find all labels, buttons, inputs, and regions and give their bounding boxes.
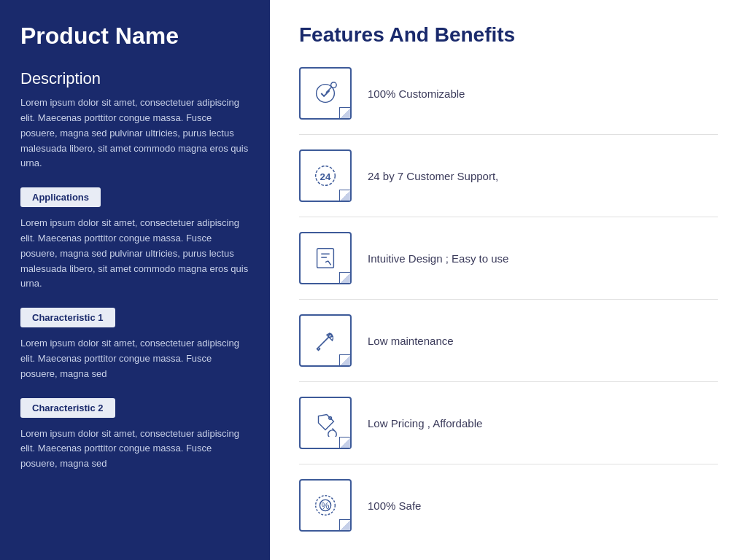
feature-divider — [299, 299, 718, 300]
feature-label: Intuitive Design ; Easy to use — [368, 252, 508, 265]
svg-text:24: 24 — [320, 171, 331, 182]
feature-label: Low maintenance — [368, 335, 454, 347]
customize-icon — [299, 67, 352, 120]
svg-point-1 — [331, 82, 337, 88]
feature-divider — [299, 134, 718, 135]
safe-icon: % — [299, 479, 352, 532]
right-panel: Features And Benefits 100% Customizable2… — [270, 0, 747, 560]
left-panel: Product Name Description Lorem ipsum dol… — [0, 0, 270, 560]
svg-rect-4 — [317, 249, 334, 268]
characteristic1-text: Lorem ipsum dolor sit amet, consectetuer… — [20, 336, 249, 381]
feature-list: 100% Customizable2424 by 7 Customer Supp… — [299, 67, 718, 532]
characteristic1-badge: Characteristic 1 — [20, 308, 115, 327]
feature-item: 2424 by 7 Customer Support, — [299, 149, 718, 202]
description-text: Lorem ipsum dolor sit amet, consectetuer… — [20, 96, 249, 171]
characteristic1-section: Characteristic 1 Lorem ipsum dolor sit a… — [20, 308, 249, 381]
features-title: Features And Benefits — [299, 23, 718, 47]
feature-label: Low Pricing , Affordable — [368, 417, 482, 429]
feature-item: %100% Safe — [299, 479, 718, 532]
applications-badge: Applications — [20, 187, 101, 207]
feature-label: 24 by 7 Customer Support, — [368, 170, 498, 182]
feature-item: 100% Customizable — [299, 67, 718, 120]
characteristic2-text: Lorem ipsum dolor sit amet, consectetuer… — [20, 427, 249, 472]
feature-divider — [299, 381, 718, 382]
feature-item: Low maintenance — [299, 314, 718, 367]
characteristic2-section: Characteristic 2 Lorem ipsum dolor sit a… — [20, 398, 249, 472]
pricing-icon — [299, 397, 352, 449]
description-heading: Description — [20, 69, 249, 88]
feature-label: 100% Customizable — [368, 88, 465, 100]
feature-item: Intuitive Design ; Easy to use — [299, 232, 718, 284]
characteristic2-badge: Characteristic 2 — [20, 398, 115, 418]
feature-divider — [299, 217, 718, 217]
svg-text:%: % — [322, 501, 330, 511]
support-icon: 24 — [299, 149, 352, 202]
applications-section: Applications Lorem ipsum dolor sit amet,… — [20, 187, 249, 292]
product-title: Product Name — [20, 23, 249, 49]
design-icon — [299, 232, 352, 284]
applications-text: Lorem ipsum dolor sit amet, consectetuer… — [20, 216, 249, 292]
maintenance-icon — [299, 314, 352, 367]
feature-item: Low Pricing , Affordable — [299, 397, 718, 449]
feature-divider — [299, 464, 718, 464]
feature-label: 100% Safe — [368, 499, 421, 512]
